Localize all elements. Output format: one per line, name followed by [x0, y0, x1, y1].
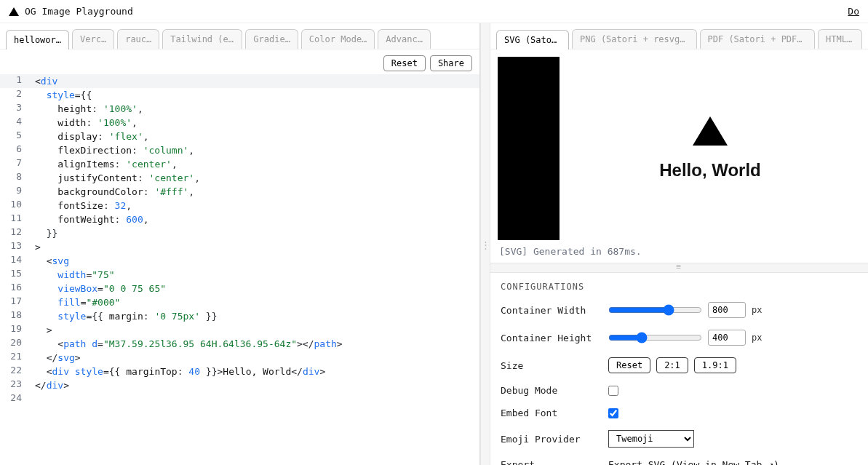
code-line[interactable]: 20 <path d="M37.59.25l36.95 64H.64l36.95…: [0, 337, 479, 351]
code-line[interactable]: 15 width="75": [0, 268, 479, 282]
container-width-slider[interactable]: [608, 304, 702, 316]
line-number: 19: [0, 323, 35, 334]
left-tab-1[interactable]: Verc…: [72, 29, 114, 49]
code-line[interactable]: 6 flexDirection: 'column',: [0, 143, 479, 157]
debug-mode-checkbox[interactable]: [608, 386, 618, 396]
code-line[interactable]: 23</div>: [0, 378, 479, 392]
left-tab-3[interactable]: Tailwind (experiment…: [162, 29, 242, 49]
triangle-icon: [693, 116, 728, 146]
left-tab-4[interactable]: Gradie…: [245, 29, 298, 49]
left-tab-2[interactable]: rauc…: [117, 29, 159, 49]
code-line[interactable]: 22 <div style={{ marginTop: 40 }}>Hello,…: [0, 365, 479, 378]
reset-button[interactable]: Reset: [383, 55, 426, 71]
container-height-slider[interactable]: [608, 332, 702, 343]
line-number: 18: [0, 309, 35, 320]
right-tab-3[interactable]: HTML (: [818, 29, 862, 49]
line-number: 14: [0, 254, 35, 265]
code-content[interactable]: fill="#000": [35, 295, 479, 309]
code-content[interactable]: </svg>: [35, 351, 479, 365]
line-number: 20: [0, 337, 35, 348]
emoji-provider-select[interactable]: Twemoji: [608, 430, 694, 448]
embed-font-label: Embed Font: [501, 408, 602, 418]
code-line[interactable]: 12 }}: [0, 226, 479, 240]
code-line[interactable]: 13>: [0, 240, 479, 254]
code-content[interactable]: fontWeight: 600,: [35, 212, 479, 226]
code-content[interactable]: alignItems: 'center',: [35, 157, 479, 171]
left-tab-5[interactable]: Color Mode…: [301, 29, 375, 49]
right-tab-1[interactable]: PNG (Satori + resvg-js): [572, 29, 697, 49]
code-line[interactable]: 8 justifyContent: 'center',: [0, 171, 479, 185]
code-content[interactable]: display: 'flex',: [35, 130, 479, 143]
share-button[interactable]: Share: [430, 55, 472, 71]
line-number: 15: [0, 268, 35, 279]
size-2-1-button[interactable]: 2:1: [656, 357, 688, 373]
width-unit: px: [752, 305, 762, 315]
code-content[interactable]: <svg: [35, 254, 479, 268]
code-content[interactable]: style={{: [35, 88, 479, 102]
code-content[interactable]: viewBox="0 0 75 65": [35, 282, 479, 295]
embed-font-checkbox[interactable]: [608, 408, 618, 418]
vertical-resize-handle[interactable]: [490, 263, 868, 273]
line-number: 12: [0, 226, 35, 237]
code-content[interactable]: }}: [35, 226, 479, 240]
code-line[interactable]: 21 </svg>: [0, 351, 479, 365]
configurations-heading: CONFIGURATIONS: [501, 282, 858, 292]
right-tab-0[interactable]: SVG (Satori): [496, 30, 569, 49]
left-toolbar: Reset Share: [0, 49, 479, 74]
code-content[interactable]: <path d="M37.59.25l36.95 64H.64l36.95-64…: [35, 337, 479, 351]
code-content[interactable]: <div style={{ marginTop: 40 }}>Hello, Wo…: [35, 365, 479, 378]
horizontal-resize-handle[interactable]: [480, 23, 490, 465]
left-tab-0[interactable]: hellowor…: [6, 30, 69, 49]
code-content[interactable]: fontSize: 32,: [35, 199, 479, 212]
line-number: 5: [0, 130, 35, 140]
code-line[interactable]: 19 >: [0, 323, 479, 337]
code-content[interactable]: >: [35, 240, 479, 254]
code-line[interactable]: 1<div: [0, 74, 479, 88]
code-content[interactable]: flexDirection: 'column',: [35, 143, 479, 157]
code-content[interactable]: justifyContent: 'center',: [35, 171, 479, 185]
preview-area: Hello, World: [498, 57, 861, 240]
size-reset-button[interactable]: Reset: [608, 357, 650, 373]
code-content[interactable]: style={{ margin: '0 75px' }}: [35, 309, 479, 323]
code-line[interactable]: 4 width: '100%',: [0, 116, 479, 130]
line-number: 16: [0, 282, 35, 293]
line-number: 6: [0, 143, 35, 154]
code-content[interactable]: width="75": [35, 268, 479, 282]
app-title: OG Image Playground: [25, 6, 133, 17]
code-content[interactable]: <div: [35, 74, 479, 88]
container-height-input[interactable]: [708, 330, 746, 346]
export-svg-link[interactable]: Export SVG (View in New Tab ↗): [608, 459, 779, 465]
code-line[interactable]: 18 style={{ margin: '0 75px' }}: [0, 309, 479, 323]
code-editor[interactable]: 1<div2 style={{3 height: '100%',4 width:…: [0, 74, 479, 465]
code-line[interactable]: 16 viewBox="0 0 75 65": [0, 282, 479, 295]
code-line[interactable]: 24: [0, 392, 479, 406]
line-number: 1: [0, 74, 35, 85]
docs-link[interactable]: Do: [848, 6, 859, 17]
code-line[interactable]: 11 fontWeight: 600,: [0, 212, 479, 226]
line-number: 22: [0, 365, 35, 375]
size-1-9-1-button[interactable]: 1.9:1: [694, 357, 736, 373]
code-content[interactable]: width: '100%',: [35, 116, 479, 130]
code-content[interactable]: backgroundColor: '#fff',: [35, 185, 479, 199]
code-line[interactable]: 17 fill="#000": [0, 295, 479, 309]
line-number: 17: [0, 295, 35, 306]
code-line[interactable]: 5 display: 'flex',: [0, 130, 479, 143]
line-number: 21: [0, 351, 35, 362]
emoji-provider-label: Emoji Provider: [501, 434, 602, 445]
code-content[interactable]: </div>: [35, 378, 479, 392]
line-number: 3: [0, 102, 35, 113]
code-line[interactable]: 14 <svg: [0, 254, 479, 268]
left-tab-6[interactable]: Advanc…: [378, 29, 431, 49]
right-tabs: SVG (Satori)PNG (Satori + resvg-js)PDF (…: [490, 23, 868, 49]
code-line[interactable]: 9 backgroundColor: '#fff',: [0, 185, 479, 199]
code-line[interactable]: 2 style={{: [0, 88, 479, 102]
code-line[interactable]: 7 alignItems: 'center',: [0, 157, 479, 171]
code-line[interactable]: 3 height: '100%',: [0, 102, 479, 116]
code-line[interactable]: 10 fontSize: 32,: [0, 199, 479, 212]
right-panel: SVG (Satori)PNG (Satori + resvg-js)PDF (…: [490, 23, 868, 465]
right-tab-2[interactable]: PDF (Satori + PDFKit): [700, 29, 816, 49]
code-content[interactable]: height: '100%',: [35, 102, 479, 116]
container-width-input[interactable]: [708, 302, 746, 318]
line-number: 9: [0, 185, 35, 196]
code-content[interactable]: >: [35, 323, 479, 337]
